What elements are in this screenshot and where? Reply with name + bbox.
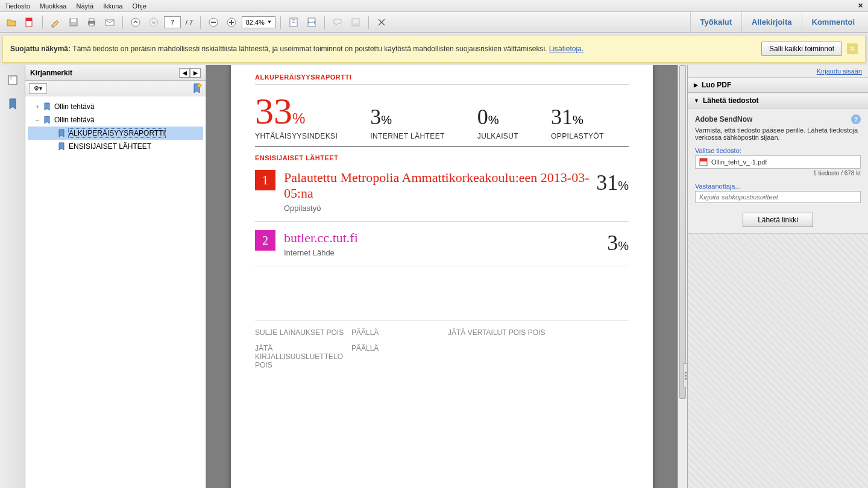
sendnow-title: Adobe SendNow bbox=[695, 115, 752, 124]
recipient-label: Vastaanottaja... bbox=[695, 183, 861, 190]
create-pdf-icon[interactable] bbox=[22, 14, 37, 30]
source-title: butler.cc.tut.fi bbox=[284, 230, 607, 246]
new-bookmark-icon[interactable] bbox=[192, 83, 202, 94]
svg-rect-20 bbox=[10, 77, 12, 80]
toolbar: / 7 82,4%▼ Työkalut Allekirjoita Komment… bbox=[0, 12, 868, 33]
bookmark-ribbon-icon bbox=[58, 142, 66, 151]
protected-view-bar: Suojattu näkymä: Tämä tiedosto on peräis… bbox=[2, 35, 866, 63]
section-send-files[interactable]: ▼Lähetä tiedostot bbox=[688, 93, 868, 108]
read-mode-icon[interactable] bbox=[374, 14, 389, 30]
print-icon[interactable] bbox=[84, 14, 99, 30]
bookmarks-icon[interactable] bbox=[6, 98, 19, 111]
source-row: 1Palautettu Metropolia Ammattikorkeakoul… bbox=[255, 161, 629, 222]
menu-help[interactable]: Ohje bbox=[133, 2, 146, 10]
bookmark-ribbon-icon bbox=[58, 129, 66, 137]
info-icon[interactable]: ? bbox=[851, 114, 861, 124]
stat-block: 3%INTERNET LÄHTEET bbox=[370, 104, 445, 140]
bookmarks-title: Kirjanmerkit bbox=[30, 69, 72, 77]
send-link-button[interactable]: Lähetä linkki bbox=[743, 213, 813, 227]
protected-view-text: Tämä tiedosto on peräisin mahdollisesti … bbox=[72, 45, 549, 53]
document-scrollbar[interactable] bbox=[678, 65, 687, 488]
footer-key: JÄTÄ KIRJALLISUUSLUETTELO POIS bbox=[255, 344, 345, 369]
footer-key: SULJE LAINAUKSET POIS bbox=[255, 328, 345, 337]
bookmarks-next-icon[interactable]: ▶ bbox=[190, 68, 201, 78]
source-row: 2butler.cc.tut.fiInternet Lähde3% bbox=[255, 222, 629, 266]
open-icon[interactable] bbox=[4, 14, 19, 30]
bookmarks-prev-icon[interactable]: ◀ bbox=[179, 68, 190, 78]
page-up-icon[interactable] bbox=[128, 14, 143, 30]
tab-sign[interactable]: Allekirjoita bbox=[741, 12, 801, 33]
sendnow-desc: Varmista, että tiedosto pääsee perille. … bbox=[695, 127, 861, 141]
protected-view-moreinfo-link[interactable]: Lisätietoja. bbox=[549, 45, 583, 53]
tree-toggle-icon[interactable]: − bbox=[34, 117, 41, 124]
bookmark-item[interactable]: +Ollin tehtävä bbox=[28, 100, 203, 113]
svg-point-9 bbox=[149, 18, 158, 27]
protected-view-close-icon[interactable]: ✕ bbox=[847, 43, 858, 54]
zoom-out-icon[interactable] bbox=[206, 14, 221, 30]
menu-window[interactable]: Ikkuna bbox=[103, 2, 122, 10]
bookmark-label: Ollin tehtävä bbox=[54, 116, 95, 124]
bookmark-label: Ollin tehtävä bbox=[54, 102, 95, 111]
svg-rect-14 bbox=[231, 20, 232, 25]
panel-collapse-grip[interactable] bbox=[683, 363, 688, 387]
thumbnails-icon[interactable] bbox=[6, 74, 19, 87]
tab-tools[interactable]: Työkalut bbox=[690, 12, 742, 33]
svg-rect-1 bbox=[26, 18, 32, 21]
footer-val: PÄÄLLÄ bbox=[351, 328, 442, 337]
bookmark-label: ENSISIJAISET LÄHTEET bbox=[69, 142, 151, 151]
close-icon[interactable]: ✕ bbox=[858, 2, 863, 10]
protected-view-prefix: Suojattu näkymä: bbox=[10, 45, 72, 53]
fit-width-icon[interactable] bbox=[304, 14, 319, 30]
bookmark-item[interactable]: ALKUPERÄISYYSRAPORTTI bbox=[28, 127, 203, 140]
section-create-pdf[interactable]: ▶Luo PDF bbox=[688, 77, 868, 93]
page-number-input[interactable] bbox=[164, 16, 181, 28]
enable-all-button[interactable]: Salli kaikki toiminnot bbox=[761, 42, 842, 56]
bookmark-label: ALKUPERÄISYYSRAPORTTI bbox=[69, 129, 165, 137]
page-total-label: / 7 bbox=[186, 19, 193, 26]
footer-val: PÄÄLLÄ bbox=[351, 344, 442, 369]
doc-section-original: ALKUPERÄISYYSRAPORTTI bbox=[255, 74, 629, 81]
tools-panel: Kirjaudu sisään ▶Luo PDF ▼Lähetä tiedost… bbox=[687, 65, 868, 488]
bookmark-item[interactable]: ENSISIJAISET LÄHTEET bbox=[28, 140, 203, 153]
menu-view[interactable]: Näytä bbox=[76, 2, 93, 10]
save-icon[interactable] bbox=[66, 14, 81, 30]
menubar: Tiedosto Muokkaa Näytä Ikkuna Ohje ✕ bbox=[0, 0, 868, 12]
bookmark-ribbon-icon bbox=[43, 116, 52, 124]
stat-block: 31%OPPILASTYÖT bbox=[551, 104, 604, 140]
doc-section-sources: ENSISIJAISET LÄHTEET bbox=[255, 154, 629, 161]
page-down-icon[interactable] bbox=[146, 14, 162, 30]
bookmark-item[interactable]: −Ollin tehtävä bbox=[28, 113, 203, 127]
bookmarks-panel: Kirjanmerkit ◀ ▶ ⚙▾ +Ollin tehtävä−Ollin… bbox=[25, 65, 206, 488]
document-area: ALKUPERÄISYYSRAPORTTI 33%YHTÄLÄISYYSINDE… bbox=[206, 65, 687, 488]
nav-strip bbox=[0, 65, 25, 488]
panel-empty-area bbox=[688, 233, 868, 488]
zoom-level[interactable]: 82,4%▼ bbox=[242, 16, 275, 28]
login-link[interactable]: Kirjaudu sisään bbox=[817, 67, 862, 75]
svg-rect-5 bbox=[89, 19, 94, 21]
source-subtitle: Oppilastyö bbox=[284, 204, 596, 213]
svg-rect-3 bbox=[71, 19, 76, 22]
svg-rect-11 bbox=[211, 22, 216, 23]
comment-icon[interactable] bbox=[330, 14, 345, 30]
svg-point-8 bbox=[131, 18, 140, 27]
selected-file[interactable]: Ollin_teht_v_-1.pdf bbox=[695, 155, 861, 169]
email-icon[interactable] bbox=[102, 14, 118, 30]
menu-edit[interactable]: Muokkaa bbox=[40, 2, 67, 10]
menu-file[interactable]: Tiedosto bbox=[5, 2, 30, 10]
tree-toggle-icon[interactable]: + bbox=[34, 104, 41, 110]
svg-rect-6 bbox=[89, 23, 94, 26]
pick-file-label: Valitse tiedosto: bbox=[695, 147, 861, 154]
source-title: Palautettu Metropolia Ammattikorkeakoulu… bbox=[284, 170, 596, 201]
pdf-icon bbox=[699, 158, 708, 166]
bookmarks-options-icon[interactable]: ⚙▾ bbox=[29, 83, 47, 94]
highlight-icon[interactable] bbox=[348, 14, 363, 30]
fit-page-icon[interactable] bbox=[286, 14, 301, 30]
file-meta: 1 tiedosto / 678 kt bbox=[695, 170, 861, 177]
zoom-in-icon[interactable] bbox=[224, 14, 239, 30]
svg-rect-17 bbox=[352, 19, 359, 26]
tab-comment[interactable]: Kommentoi bbox=[802, 12, 865, 33]
source-percent: 31% bbox=[596, 170, 629, 195]
edit-icon[interactable] bbox=[48, 14, 63, 30]
recipient-input[interactable] bbox=[695, 191, 861, 203]
svg-point-21 bbox=[198, 84, 201, 87]
